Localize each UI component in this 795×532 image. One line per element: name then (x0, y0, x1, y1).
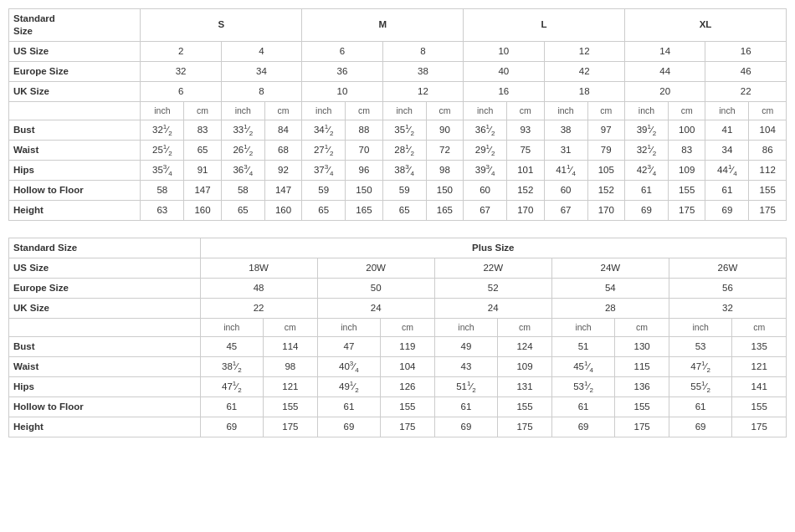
plus-bust-24w-cm: 130 (615, 337, 669, 357)
height-m8-cm: 165 (426, 201, 463, 221)
plus-height-20w-inch: 69 (317, 417, 381, 437)
hips-m6-cm: 96 (346, 161, 382, 181)
plus-bust-18w-cm: 114 (264, 337, 318, 357)
htf-l10-cm: 152 (507, 181, 544, 201)
plus-unit-cm-2: cm (381, 318, 435, 337)
plus-waist-20w-inch: 403⁄4 (317, 357, 381, 377)
plus-waist-18w-cm: 98 (264, 357, 318, 377)
plus-height-18w-cm: 175 (264, 417, 318, 437)
height-xl16-cm: 175 (749, 201, 787, 221)
us-size-4: 4 (221, 41, 301, 61)
plus-waist-26w-cm: 121 (732, 357, 787, 377)
waist-xl16-cm: 86 (749, 141, 787, 161)
height-m6-inch: 65 (302, 201, 346, 221)
bust-label: Bust (9, 120, 141, 141)
standard-size-table: StandardSize S M L XL US Size 2 4 6 8 10… (8, 8, 787, 221)
uk-size-6: 6 (141, 81, 221, 101)
us-size-2: 2 (141, 41, 221, 61)
unit-cm-5: cm (507, 101, 544, 120)
plus-htf-18w-cm: 155 (264, 397, 318, 417)
plus-uk-32: 32 (669, 298, 786, 318)
height-xl14-cm: 175 (668, 201, 705, 221)
htf-s4-inch: 58 (221, 181, 264, 201)
uk-size-22: 22 (705, 81, 787, 101)
unit-inch-8: inch (705, 101, 749, 120)
waist-xl16-inch: 34 (705, 141, 749, 161)
plus-us-size-label: US Size (9, 258, 201, 278)
hips-row: Hips 353⁄4 91 363⁄4 92 373⁄4 96 383⁄4 98… (9, 161, 787, 181)
plus-unit-cm-1: cm (264, 318, 318, 337)
plus-eu-56: 56 (669, 278, 786, 298)
unit-cm-2: cm (264, 101, 301, 120)
us-size-12: 12 (544, 41, 624, 61)
plus-waist-22w-cm: 109 (498, 357, 552, 377)
plus-hips-26w-cm: 141 (732, 377, 787, 397)
plus-htf-22w-inch: 61 (434, 397, 498, 417)
height-l10-inch: 67 (464, 201, 507, 221)
plus-uk-24: 24 (317, 298, 434, 318)
plus-height-24w-cm: 175 (615, 417, 669, 437)
plus-uk-22: 22 (200, 298, 317, 318)
uk-size-20: 20 (624, 81, 705, 101)
plus-hips-18w-inch: 471⁄2 (200, 377, 264, 397)
plus-hips-22w-inch: 511⁄2 (434, 377, 498, 397)
plus-hips-24w-cm: 136 (615, 377, 669, 397)
unit-cm-3: cm (346, 101, 382, 120)
plus-hips-18w-cm: 121 (264, 377, 318, 397)
htf-xl16-inch: 61 (705, 181, 749, 201)
eu-size-46: 46 (705, 61, 787, 81)
plus-bust-20w-cm: 119 (381, 337, 435, 357)
bust-xl16-cm: 104 (749, 120, 787, 141)
hips-xl16-cm: 112 (749, 161, 787, 181)
size-s-header: S (141, 9, 302, 42)
uk-size-10: 10 (302, 81, 382, 101)
bust-row: Bust 321⁄2 83 331⁄2 84 341⁄2 88 351⁄2 90… (9, 120, 787, 141)
bust-s4-inch: 331⁄2 (221, 120, 264, 141)
height-row: Height 63 160 65 160 65 165 65 165 67 17… (9, 201, 787, 221)
plus-size-header: Plus Size (200, 238, 786, 258)
plus-hips-20w-cm: 126 (381, 377, 435, 397)
plus-waist-20w-cm: 104 (381, 357, 435, 377)
plus-unit-cm-5: cm (732, 318, 787, 337)
eu-size-34: 34 (221, 61, 301, 81)
bust-xl16-inch: 41 (705, 120, 749, 141)
uk-size-8: 8 (221, 81, 301, 101)
unit-inch-1: inch (141, 101, 184, 120)
plus-height-18w-inch: 69 (200, 417, 264, 437)
plus-htf-20w-inch: 61 (317, 397, 381, 417)
htf-l12-cm: 152 (587, 181, 624, 201)
hips-m8-cm: 98 (426, 161, 463, 181)
plus-bust-22w-cm: 124 (498, 337, 552, 357)
bust-s4-cm: 84 (264, 120, 301, 141)
bust-s2-inch: 321⁄2 (141, 120, 184, 141)
plus-waist-row: Waist 381⁄2 98 403⁄4 104 43 109 451⁄4 11… (9, 357, 787, 377)
plus-us-26w: 26W (669, 258, 786, 278)
plus-hips-24w-inch: 531⁄2 (551, 377, 615, 397)
waist-s4-cm: 68 (264, 141, 301, 161)
hips-xl14-cm: 109 (668, 161, 705, 181)
hollow-floor-row: Hollow to Floor 58 147 58 147 59 150 59 … (9, 181, 787, 201)
unit-inch-2: inch (221, 101, 264, 120)
plus-height-22w-cm: 175 (498, 417, 552, 437)
plus-bust-18w-inch: 45 (200, 337, 264, 357)
height-l12-inch: 67 (544, 201, 587, 221)
unit-inch-3: inch (302, 101, 346, 120)
bust-m6-cm: 88 (346, 120, 382, 141)
eu-size-36: 36 (302, 61, 382, 81)
plus-us-20w: 20W (317, 258, 434, 278)
unit-cm-1: cm (184, 101, 221, 120)
plus-htf-24w-cm: 155 (615, 397, 669, 417)
plus-unit-cm-3: cm (498, 318, 552, 337)
plus-hips-22w-cm: 131 (498, 377, 552, 397)
plus-size-table: Standard Size Plus Size US Size 18W 20W … (8, 238, 787, 437)
plus-hollow-floor-label: Hollow to Floor (9, 397, 201, 417)
waist-m8-inch: 281⁄2 (382, 141, 426, 161)
waist-l10-cm: 75 (507, 141, 544, 161)
height-xl14-inch: 69 (624, 201, 668, 221)
plus-bust-22w-inch: 49 (434, 337, 498, 357)
htf-xl14-inch: 61 (624, 181, 668, 201)
plus-unit-cm-4: cm (615, 318, 669, 337)
eu-size-32: 32 (141, 61, 221, 81)
us-size-8: 8 (382, 41, 463, 61)
bust-m8-inch: 351⁄2 (382, 120, 426, 141)
